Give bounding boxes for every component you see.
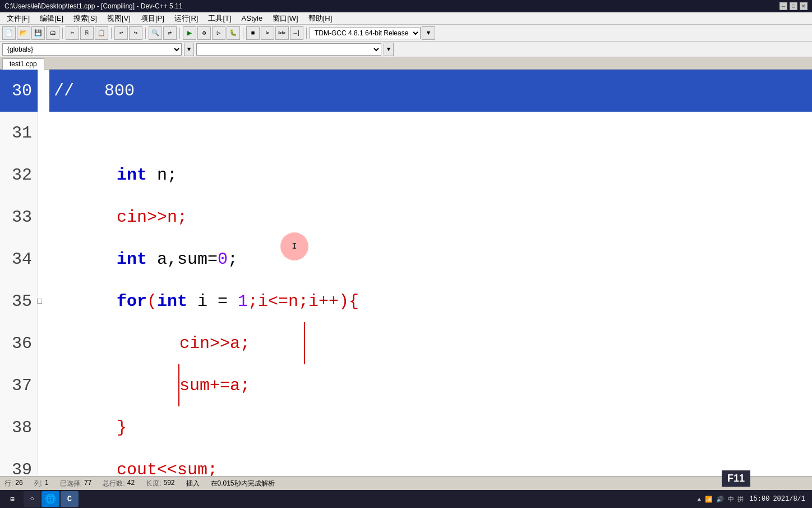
close-button[interactable]: ✕	[800, 2, 808, 10]
menu-astyle[interactable]: AStyle	[237, 13, 267, 24]
row-label: 行:	[4, 479, 13, 488]
sep3	[145, 28, 146, 39]
code-line-31	[49, 112, 812, 154]
tab-test1cpp[interactable]: test1.cpp	[2, 58, 44, 70]
line-num-34: 34	[0, 238, 38, 280]
toolbar: 📄 📂 💾 🗂 ✂ ⎘ 📋 ↩ ↪ 🔍 ⇄ ▶ ⚙ ▷ 🐛 ■ ⊳ ⊳⊳ →| …	[0, 25, 812, 42]
next-button[interactable]: ⊳⊳	[275, 26, 289, 40]
start-button[interactable]: ⊞	[2, 491, 22, 507]
length-value: 592	[163, 479, 174, 488]
stop-button[interactable]: ■	[246, 26, 260, 40]
status-selected: 已选择: 77	[60, 479, 92, 488]
line-num-38: 38	[0, 406, 38, 448]
line-num-30: 30	[0, 70, 38, 112]
line-num-37: 37	[0, 364, 38, 406]
func-dropdown-btn[interactable]: ▼	[384, 43, 394, 56]
paste-button[interactable]: 📋	[95, 26, 108, 40]
search-button-taskbar[interactable]: ○	[24, 491, 40, 507]
code-text-33: cin>>n;	[49, 208, 187, 227]
menubar: 文件[F] 编辑[E] 搜索[S] 视图[V] 项目[P] 运行[R] 工具[T…	[0, 12, 812, 25]
code-text-35: for(int i = 1;i<=n;i++){	[49, 292, 359, 311]
search-icon-taskbar: ○	[30, 495, 34, 503]
menu-view[interactable]: 视图[V]	[103, 12, 135, 25]
line-num-31: 31	[0, 112, 38, 154]
line-num-32: 32	[0, 154, 38, 196]
tray-icons: ▲ 📶 🔊 中 拼	[697, 495, 744, 504]
menu-project[interactable]: 项目[P]	[136, 12, 169, 25]
status-total: 总行数: 42	[103, 479, 135, 488]
sep1	[62, 28, 63, 39]
browser-button[interactable]: 🌐	[41, 491, 59, 507]
code-line-32: int n;	[49, 154, 812, 196]
save-button[interactable]: 💾	[31, 26, 45, 40]
taskbar-right: ▲ 📶 🔊 中 拼 15:00 2021/8/1	[697, 495, 810, 504]
code-line-38: }	[49, 406, 812, 448]
save-all-button[interactable]: 🗂	[46, 26, 59, 40]
undo-button[interactable]: ↩	[114, 26, 128, 40]
menu-search[interactable]: 搜索[S]	[69, 12, 101, 25]
sep6	[306, 28, 307, 39]
sys-tray: ▲ 📶 🔊 中 拼 15:00 2021/8/1	[697, 495, 805, 504]
titlebar-title: C:\Users\lei\Desktop\test1.cpp - [Compil…	[4, 2, 182, 10]
menu-run[interactable]: 运行[R]	[170, 12, 203, 25]
compile-run-button[interactable]: ▶	[183, 26, 196, 40]
replace-button[interactable]: ⇄	[163, 26, 177, 40]
compile-button[interactable]: ⚙	[197, 26, 211, 40]
tabbar: test1.cpp	[0, 57, 812, 70]
menu-edit[interactable]: 编辑[E]	[35, 12, 68, 25]
scope-dropdown-btn[interactable]: ▼	[184, 43, 194, 56]
menu-tools[interactable]: 工具[T]	[204, 12, 236, 25]
cut-button[interactable]: ✂	[66, 26, 79, 40]
devcpp-button[interactable]: C	[61, 491, 79, 507]
titlebar: C:\Users\lei\Desktop\test1.cpp - [Compil…	[0, 0, 812, 12]
run-button[interactable]: ▷	[212, 26, 225, 40]
copy-button[interactable]: ⎘	[80, 26, 94, 40]
f11-badge: F11	[722, 470, 750, 487]
compiler-dropdown[interactable]: TDM-GCC 4.8.1 64-bit Release	[310, 27, 421, 39]
total-value: 42	[127, 479, 135, 488]
menu-file[interactable]: 文件[F]	[2, 12, 34, 25]
code-line-37: sum+=a;	[49, 364, 812, 406]
code-text-34: int a,sum=0;	[49, 250, 238, 269]
status-parse: 在0.015秒内完成解析	[211, 479, 275, 488]
new-button[interactable]: 📄	[2, 26, 16, 40]
code-text-30: // 800	[49, 81, 135, 100]
code-text-38: }	[49, 418, 127, 437]
sep4	[179, 28, 180, 39]
maximize-button[interactable]: □	[790, 2, 797, 10]
statusbar: 行: 26 列: 1 已选择: 77 总行数: 42 长度: 592 插入 在0…	[0, 476, 812, 490]
code-text-36: cin>>a;	[49, 334, 250, 353]
menu-help[interactable]: 帮助[H]	[304, 12, 337, 25]
code-line-34: int a,sum=0;	[49, 238, 812, 280]
titlebar-controls: ─ □ ✕	[779, 2, 808, 10]
code-line-36: cin>>a;	[49, 322, 812, 364]
row-value: 26	[15, 479, 22, 488]
code-line-35: for(int i = 1;i<=n;i++){	[49, 280, 812, 322]
code-content[interactable]: // 800 int n; cin>>n; int a,sum=0	[38, 70, 812, 494]
clock-date: 2021/8/1	[773, 495, 805, 503]
status-insert: 插入	[186, 479, 200, 488]
devcpp-icon: C	[67, 495, 72, 504]
func-dropdown[interactable]	[196, 43, 381, 56]
menu-window[interactable]: 窗口[W]	[268, 12, 303, 25]
line-numbers: 30 31 32 33 34 35 □ 36 37 38 39 40	[0, 70, 38, 494]
col-value: 1	[45, 479, 49, 488]
col-label: 列:	[34, 479, 43, 488]
taskbar: ⊞ ○ 🌐 C ▲ 📶 🔊 中 拼 15:00 2021/8/1	[0, 490, 812, 508]
open-button[interactable]: 📂	[17, 26, 30, 40]
minimize-button[interactable]: ─	[779, 2, 787, 10]
code-line-33: cin>>n;	[49, 196, 812, 238]
editor[interactable]: 30 31 32 33 34 35 □ 36 37 38 39 40 // 80…	[0, 70, 812, 494]
status-length: 长度: 592	[146, 479, 174, 488]
redo-button[interactable]: ↪	[129, 26, 142, 40]
step-button[interactable]: ⊳	[261, 26, 274, 40]
toolbar2: {globals} ▼ ▼	[0, 42, 812, 57]
search-button[interactable]: 🔍	[149, 26, 162, 40]
indent-button[interactable]: →|	[290, 26, 303, 40]
scope-dropdown[interactable]: {globals}	[2, 43, 182, 56]
insert-value: 插入	[186, 479, 200, 488]
debug-button[interactable]: 🐛	[227, 26, 240, 40]
selected-value: 77	[84, 479, 91, 488]
browser-icon: 🌐	[45, 493, 56, 505]
compiler-config-button[interactable]: ▼	[422, 26, 435, 40]
